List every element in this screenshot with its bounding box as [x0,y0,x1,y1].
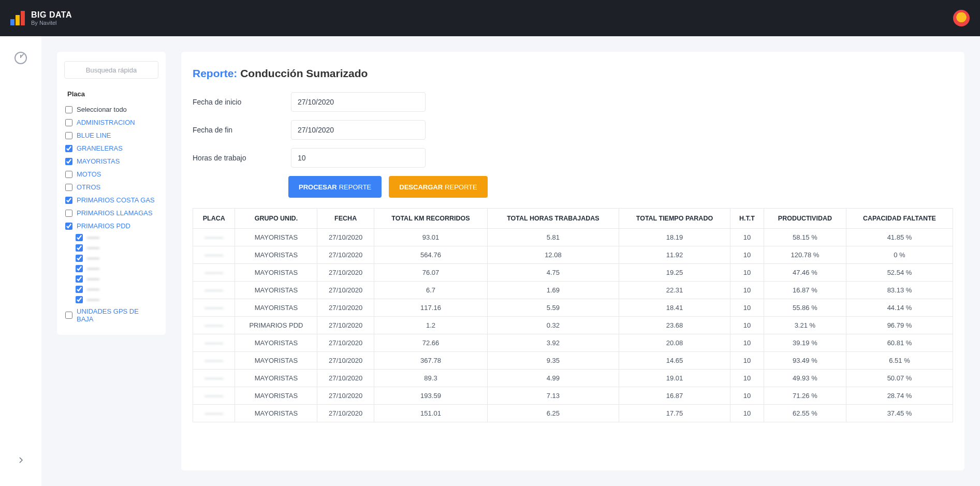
select-all-checkbox[interactable] [65,106,72,113]
filter-checkbox[interactable] [65,184,72,191]
filter-sub-checkbox[interactable] [76,244,83,252]
filter-item[interactable]: PRIMARIOS COSTA GAS [57,194,166,207]
hours-input[interactable] [291,148,426,168]
table-header-cell: FECHA [317,209,374,229]
table-cell-horas: 0.32 [488,317,619,334]
filter-sub-item[interactable]: —— [67,243,166,253]
filter-item-label: GRANELERAS [77,144,123,152]
filter-checkbox[interactable] [65,119,72,126]
table-cell-fecha: 27/10/2020 [317,229,374,246]
filter-checkbox[interactable] [65,145,72,152]
filter-item-label: PRIMARIOS LLAMAGAS [77,209,153,217]
filter-item[interactable]: MAYORISTAS [57,155,166,168]
table-cell-horas: 1.69 [488,282,619,299]
end-date-row: Fecha de fin [193,120,953,140]
table-cell-horas: 7.13 [488,387,619,405]
table-cell-cap: 60.81 % [846,334,953,352]
table-cell-htt: 10 [730,299,764,317]
table-cell-fecha: 27/10/2020 [317,317,374,334]
table-cell-km: 89.3 [374,370,487,387]
table-cell-parado: 14.65 [619,352,730,370]
filter-item[interactable]: BLUE LINE [57,129,166,142]
start-date-input[interactable] [291,92,426,112]
table-cell-placa: ——— [193,299,235,317]
filter-item-label: UNIDADES GPS DE BAJA [77,307,157,323]
table-header-cell: TOTAL TIEMPO PARADO [619,209,730,229]
avatar[interactable] [953,10,970,26]
filter-sub-list: —————————————— [57,232,166,305]
filter-item[interactable]: UNIDADES GPS DE BAJA [57,305,166,326]
table-cell-placa: ——— [193,229,235,246]
table-cell-parado: 16.87 [619,387,730,405]
table-cell-placa: ——— [193,405,235,422]
table-cell-fecha: 27/10/2020 [317,299,374,317]
filter-item[interactable]: OTROS [57,181,166,194]
filter-sub-checkbox[interactable] [76,286,83,293]
download-report-button[interactable]: DESCARGAR REPORTE [389,176,487,198]
filter-sub-checkbox[interactable] [76,275,83,283]
filter-checkbox[interactable] [65,132,72,139]
filter-sub-checkbox[interactable] [76,234,83,241]
logo-icon [10,11,25,25]
filter-sub-item[interactable]: —— [67,294,166,305]
app-title: BIG DATA [31,10,72,20]
filter-item-label: MOTOS [77,170,101,178]
end-date-input[interactable] [291,120,426,140]
table-cell-prod: 16.87 % [764,282,846,299]
filter-sub-item[interactable]: —— [67,284,166,294]
table-cell-parado: 18.19 [619,229,730,246]
table-cell-parado: 19.25 [619,264,730,282]
filter-sub-checkbox[interactable] [76,265,83,272]
table-cell-parado: 18.41 [619,299,730,317]
table-cell-htt: 10 [730,317,764,334]
table-row: ———MAYORISTAS27/10/202093.015.8118.19105… [193,229,953,246]
process-report-button[interactable]: PROCESAR REPORTE [288,176,382,198]
table-cell-prod: 55.86 % [764,299,846,317]
filter-sub-checkbox[interactable] [76,296,83,303]
filter-checkbox[interactable] [65,158,72,165]
table-cell-prod: 39.19 % [764,334,846,352]
filter-item[interactable]: PRIMARIOS PDD [57,219,166,232]
chevron-right-icon [19,457,23,463]
filter-item[interactable]: ADMINISTRACION [57,116,166,129]
table-body: ———MAYORISTAS27/10/202093.015.8118.19105… [193,229,953,422]
table-cell-cap: 28.74 % [846,387,953,405]
table-cell-horas: 4.75 [488,264,619,282]
filter-select-all[interactable]: Seleccionar todo [57,103,166,116]
filter-sub-item[interactable]: —— [67,232,166,243]
filter-checkbox[interactable] [65,223,72,230]
table-cell-prod: 49.93 % [764,370,846,387]
table-row: ———MAYORISTAS27/10/2020151.016.2517.7510… [193,405,953,422]
start-date-label: Fecha de inicio [193,98,291,106]
table-row: ———MAYORISTAS27/10/2020193.597.1316.8710… [193,387,953,405]
dashboard-icon[interactable] [14,52,27,64]
filter-sub-label: —— [87,255,99,262]
collapse-nav-button[interactable] [10,450,31,470]
table-cell-fecha: 27/10/2020 [317,264,374,282]
filter-item[interactable]: PRIMARIOS LLAMAGAS [57,207,166,219]
filter-sub-label: —— [87,234,99,241]
table-cell-placa: ——— [193,282,235,299]
filter-sub-checkbox[interactable] [76,255,83,262]
filter-sub-item[interactable]: —— [67,274,166,284]
filter-item-label: PRIMARIOS PDD [77,222,130,230]
table-cell-placa: ——— [193,264,235,282]
filter-item[interactable]: GRANELERAS [57,142,166,155]
filter-sub-item[interactable]: —— [67,253,166,263]
table-cell-placa: ——— [193,370,235,387]
filter-item[interactable]: MOTOS [57,168,166,181]
search-input[interactable]: Busqueda rápida [64,61,158,79]
filter-checkbox[interactable] [65,197,72,204]
filter-checkbox[interactable] [65,210,72,217]
filter-checkbox[interactable] [65,312,72,319]
filter-sub-item[interactable]: —— [67,263,166,274]
table-cell-cap: 44.14 % [846,299,953,317]
hours-row: Horas de trabajo [193,148,953,168]
hours-label: Horas de trabajo [193,154,291,162]
table-cell-grupo: MAYORISTAS [235,387,317,405]
filter-checkbox[interactable] [65,171,72,178]
table-cell-grupo: MAYORISTAS [235,264,317,282]
table-header-cell: TOTAL HORAS TRABAJADAS [488,209,619,229]
table-cell-htt: 10 [730,229,764,246]
table-cell-fecha: 27/10/2020 [317,352,374,370]
